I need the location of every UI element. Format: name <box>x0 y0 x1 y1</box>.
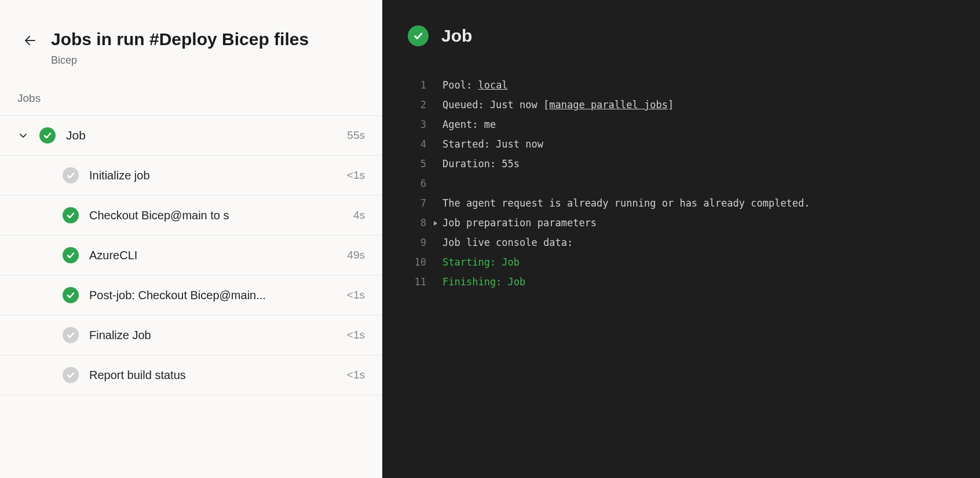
log-link[interactable]: manage parallel jobs <box>549 99 668 111</box>
step-name: Post-job: Checkout Bicep@main... <box>89 289 337 302</box>
log-line: 11Finishing: Job <box>405 272 980 292</box>
job-detail-panel: Job 1Pool: local2Queued: Just now [manag… <box>382 0 980 478</box>
log-content: The agent request is already running or … <box>443 193 980 213</box>
status-neutral-icon <box>63 327 79 343</box>
log-content: Started: Just now <box>443 134 980 154</box>
line-number: 7 <box>405 193 429 213</box>
job-step-row[interactable]: Report build status<1s <box>0 355 382 395</box>
log-line: 7The agent request is already running or… <box>405 193 980 213</box>
log-link[interactable]: local <box>478 79 507 91</box>
jobs-section-label: Jobs <box>0 84 382 115</box>
line-number: 11 <box>405 272 429 292</box>
status-success-icon <box>39 127 56 144</box>
log-content: Duration: 55s <box>443 154 980 174</box>
step-name: Checkout Bicep@main to s <box>89 209 343 222</box>
log-line: 8Job preparation parameters <box>405 213 980 233</box>
log-content: Queued: Just now [manage parallel jobs] <box>443 95 980 115</box>
step-duration: <1s <box>347 289 365 301</box>
job-list: Job 55s Initialize job<1sCheckout Bicep@… <box>0 115 382 395</box>
expand-caret-icon[interactable] <box>429 217 443 226</box>
log-output[interactable]: 1Pool: local2Queued: Just now [manage pa… <box>382 75 980 292</box>
log-line: 9Job live console data: <box>405 233 980 252</box>
log-line: 2Queued: Just now [manage parallel jobs] <box>405 95 980 115</box>
job-step-row[interactable]: Finalize Job<1s <box>0 315 382 355</box>
svg-marker-1 <box>434 221 437 226</box>
job-row-parent[interactable]: Job 55s <box>0 115 382 155</box>
job-duration: 55s <box>347 129 365 142</box>
step-name: Report build status <box>89 369 337 382</box>
log-content: Agent: me <box>443 115 980 134</box>
step-duration: 4s <box>353 209 365 222</box>
status-neutral-icon <box>63 367 79 383</box>
line-number: 5 <box>405 154 429 174</box>
step-duration: 49s <box>347 249 365 262</box>
job-name: Job <box>66 128 337 142</box>
detail-header: Job <box>382 25 980 75</box>
chevron-down-icon[interactable] <box>17 130 29 141</box>
job-step-row[interactable]: Post-job: Checkout Bicep@main...<1s <box>0 275 382 315</box>
job-step-row[interactable]: Initialize job<1s <box>0 155 382 195</box>
log-line: 5Duration: 55s <box>405 154 980 174</box>
log-line: 3Agent: me <box>405 115 980 134</box>
step-name: Initialize job <box>89 169 337 182</box>
log-line: 4Started: Just now <box>405 134 980 154</box>
detail-title: Job <box>441 26 472 46</box>
line-number: 3 <box>405 115 429 134</box>
status-success-icon <box>63 247 79 263</box>
header: Jobs in run #Deploy Bicep files Bicep <box>0 0 382 84</box>
log-content: Job live console data: <box>443 233 980 252</box>
step-name: Finalize Job <box>89 329 337 342</box>
line-number: 9 <box>405 233 429 252</box>
step-name: AzureCLI <box>89 249 337 262</box>
page-title: Jobs in run #Deploy Bicep files <box>51 29 309 50</box>
log-content: Starting: Job <box>443 252 980 272</box>
log-line: 1Pool: local <box>405 75 980 95</box>
status-success-icon <box>63 287 79 303</box>
line-number: 1 <box>405 75 429 95</box>
status-neutral-icon <box>63 167 79 183</box>
jobs-sidebar: Jobs in run #Deploy Bicep files Bicep Jo… <box>0 0 382 478</box>
job-step-row[interactable]: AzureCLI49s <box>0 235 382 275</box>
step-duration: <1s <box>347 169 365 182</box>
line-number: 6 <box>405 174 429 193</box>
step-duration: <1s <box>347 369 365 381</box>
log-content: Job preparation parameters <box>443 213 980 233</box>
job-step-row[interactable]: Checkout Bicep@main to s4s <box>0 195 382 235</box>
line-number: 8 <box>405 213 429 233</box>
page-subtitle: Bicep <box>51 54 309 67</box>
log-content: Pool: local <box>443 75 980 95</box>
line-number: 4 <box>405 134 429 154</box>
line-number: 10 <box>405 252 429 272</box>
log-content: Finishing: Job <box>443 272 980 292</box>
status-success-icon <box>408 25 429 46</box>
log-line: 6 <box>405 174 980 193</box>
log-line: 10Starting: Job <box>405 252 980 272</box>
line-number: 2 <box>405 95 429 115</box>
step-duration: <1s <box>347 329 365 341</box>
back-arrow-icon[interactable] <box>23 34 37 47</box>
status-success-icon <box>63 207 79 223</box>
